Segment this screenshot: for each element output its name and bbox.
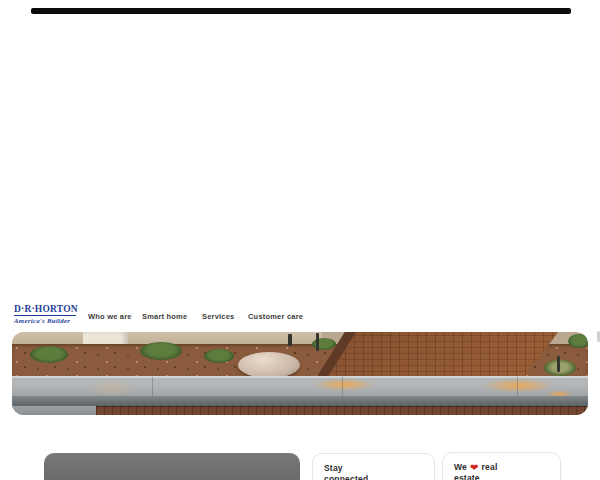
shrub — [568, 334, 588, 348]
media-placeholder-card[interactable] — [44, 453, 300, 480]
card-title-line: Stay — [324, 463, 434, 474]
wall-light — [288, 334, 292, 346]
path-light — [557, 356, 560, 372]
card-title-line: We ❤ real — [454, 462, 560, 473]
logo-brand-text: D·R·HORTON — [14, 304, 78, 314]
card-title-line: connected — [324, 474, 434, 480]
dr-horton-logo[interactable]: D·R·HORTON America's Builder — [14, 304, 78, 324]
nav-link-customer-care[interactable]: Customer care — [248, 312, 303, 321]
path-light — [316, 333, 319, 351]
shrub — [204, 349, 234, 363]
street-brick-strip — [96, 406, 588, 415]
card-title-line: estate — [454, 473, 560, 480]
light-reflection — [312, 378, 376, 391]
page: D·R·HORTON America's Builder Who we are … — [0, 0, 600, 480]
card-title-word: We — [454, 462, 467, 473]
hero-image — [12, 332, 588, 415]
logo-tagline: America's Builder — [14, 317, 78, 324]
logo-rule — [14, 315, 76, 316]
flowering-shrub — [544, 360, 576, 376]
street-concrete — [12, 406, 96, 415]
heart-icon: ❤ — [470, 463, 479, 472]
nav-link-smart-home[interactable]: Smart home — [142, 312, 187, 321]
sidewalk-reflection — [86, 378, 138, 398]
card-title-word: real — [482, 462, 498, 473]
shrub — [140, 342, 182, 360]
light-reflection — [482, 378, 554, 393]
stay-connected-card[interactable]: Stay connected — [312, 453, 435, 480]
nav-link-services[interactable]: Services — [202, 312, 234, 321]
top-bar — [31, 8, 571, 14]
shrub — [30, 346, 68, 363]
we-love-real-estate-card[interactable]: We ❤ real estate — [442, 452, 561, 480]
boulder — [238, 352, 300, 378]
nav-link-who-we-are[interactable]: Who we are — [88, 312, 132, 321]
